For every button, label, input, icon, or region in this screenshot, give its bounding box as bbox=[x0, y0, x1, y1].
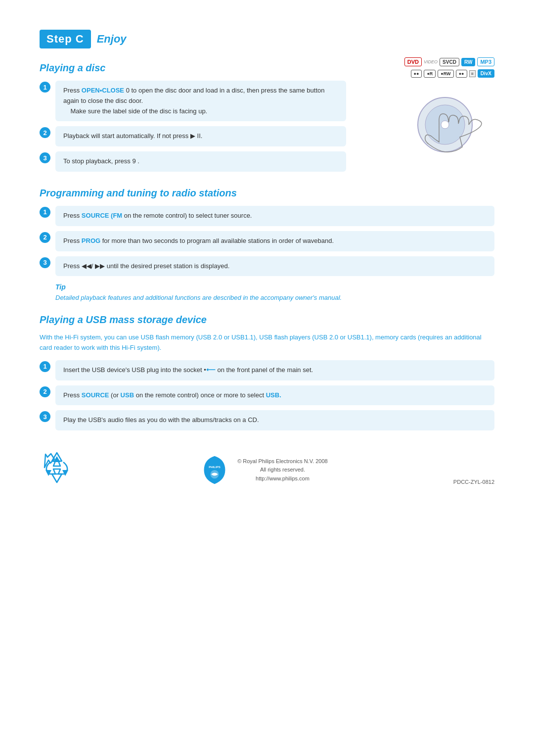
usb-icon: ⟵ bbox=[206, 366, 216, 374]
svg-text:PHILIPS: PHILIPS bbox=[209, 466, 220, 469]
playing-disc-title: Playing a disc bbox=[40, 62, 346, 74]
footer-copyright: © Royal Philips Electronics N.V. 2008 bbox=[237, 457, 328, 466]
usb-step-2-after: on the remote control) once or more to s… bbox=[134, 391, 266, 399]
footer-code: PDCC-ZYL-0812 bbox=[453, 479, 494, 485]
radio-step-1-number: 1 bbox=[40, 207, 50, 218]
radio-step-1: 1 Press SOURCE (FM on the remote control… bbox=[40, 206, 494, 226]
disc-step-3-number: 3 bbox=[40, 152, 50, 163]
disc-step-2: 2 Playback will start automatically. If … bbox=[40, 126, 346, 146]
footer-rights: All rights reserved. bbox=[237, 466, 328, 474]
tip-text: Detailed playback features and additiona… bbox=[55, 293, 494, 303]
usb-step-2-h1: SOURCE bbox=[82, 391, 109, 399]
disc-hand-illustration bbox=[396, 93, 494, 157]
usb-step-2: 2 Press SOURCE (or USB on the remote con… bbox=[40, 385, 494, 406]
disc-step-2-number: 2 bbox=[40, 127, 50, 138]
radio-step-2-content: Press PROG for more than two seconds to … bbox=[55, 231, 494, 251]
left-content: Playing a disc 1 Press OPEN•CLOSE 0 to o… bbox=[40, 57, 346, 177]
usb-title: Playing a USB mass storage device bbox=[40, 314, 494, 326]
disc-step-1-content: Press OPEN•CLOSE 0 to open the disc door… bbox=[55, 81, 346, 121]
usb-section: Playing a USB mass storage device With t… bbox=[40, 314, 494, 430]
usb-step-1-content: Insert the USB device's USB plug into th… bbox=[55, 360, 494, 380]
badge-svcd: SVCD bbox=[440, 58, 459, 66]
right-content: DVD VIDEO SVCD RW MP3 ●● ●R ●RW ●● ≡ Div… bbox=[346, 57, 494, 157]
disc-step-1-note: Make sure the label side of the disc is … bbox=[70, 107, 207, 115]
format-badges: DVD VIDEO SVCD RW MP3 ●● ●R ●RW ●● ≡ Div… bbox=[404, 57, 494, 78]
badge-disc2: ●R bbox=[424, 70, 436, 78]
footer: PHILIPS © Royal Philips Electronics N.V.… bbox=[40, 450, 494, 485]
badge-divx: DivX bbox=[478, 69, 494, 78]
usb-intro: With the Hi-Fi system, you can use USB f… bbox=[40, 332, 494, 353]
usb-step-2-before: Press bbox=[63, 391, 82, 399]
usb-step-2-content: Press SOURCE (or USB on the remote contr… bbox=[55, 385, 494, 406]
usb-step-3-number: 3 bbox=[40, 411, 50, 422]
usb-step-2-h2: USB bbox=[121, 391, 134, 399]
radio-step-1-highlight: SOURCE (FM bbox=[82, 212, 122, 219]
badge-disc1: ●● bbox=[411, 70, 422, 78]
disc-step-2-content: Playback will start automatically. If no… bbox=[55, 126, 346, 146]
usb-step-3-content: Play the USB's audio files as you do wit… bbox=[55, 410, 494, 430]
step-header: Step C Enjoy bbox=[40, 30, 494, 48]
usb-step-2-h3: USB. bbox=[266, 391, 281, 399]
disc-step-3-content: To stop playback, press 9 . bbox=[55, 151, 346, 172]
footer-website: http://www.philips.com bbox=[237, 474, 328, 483]
radio-step-2-after: for more than two seconds to program all… bbox=[100, 237, 334, 244]
badge-mp3: MP3 bbox=[477, 57, 494, 66]
badge-disc4: ●● bbox=[456, 70, 467, 78]
disc-step-1: 1 Press OPEN•CLOSE 0 to open the disc do… bbox=[40, 81, 346, 121]
disc-step-1-highlight: OPEN•CLOSE bbox=[82, 87, 124, 94]
radio-step-3: 3 Press ◀◀/ ▶▶ until the desired preset … bbox=[40, 256, 494, 277]
disc-step-3-text: To stop playback, press 9 . bbox=[63, 157, 139, 165]
usb-step-1-number: 1 bbox=[40, 361, 50, 372]
usb-step-2-mid: (or bbox=[109, 391, 120, 399]
badge-rw: RW bbox=[461, 58, 475, 66]
radio-step-2-number: 2 bbox=[40, 232, 50, 243]
radio-step-2-before: Press bbox=[63, 237, 82, 244]
radio-step-3-text: Press ◀◀/ ▶▶ until the desired preset st… bbox=[63, 262, 229, 270]
radio-step-3-number: 3 bbox=[40, 257, 50, 268]
badge-extra: ≡ bbox=[469, 70, 476, 77]
svg-point-2 bbox=[441, 121, 449, 129]
tip-title: Tip bbox=[55, 283, 494, 291]
radio-step-1-content: Press SOURCE (FM on the remote control) … bbox=[55, 206, 494, 226]
disc-step-1-text-before: Press bbox=[63, 87, 82, 94]
usb-step-1-before: Insert the USB device's USB plug into th… bbox=[63, 366, 206, 374]
badge-disc3: ●RW bbox=[438, 70, 453, 78]
philips-logo-area: PHILIPS © Royal Philips Electronics N.V.… bbox=[200, 455, 328, 485]
tip-box: Tip Detailed playback features and addit… bbox=[40, 283, 494, 303]
recycle-icon bbox=[40, 450, 74, 485]
usb-step-2-number: 2 bbox=[40, 386, 50, 397]
badge-dvd: DVD bbox=[404, 57, 422, 66]
step-c-label: Step C bbox=[40, 30, 91, 48]
top-row: Playing a disc 1 Press OPEN•CLOSE 0 to o… bbox=[40, 57, 494, 177]
disc-step-3: 3 To stop playback, press 9 . bbox=[40, 151, 346, 172]
radio-step-3-content: Press ◀◀/ ▶▶ until the desired preset st… bbox=[55, 256, 494, 277]
step-enjoy-label: Enjoy bbox=[97, 33, 127, 46]
badge-video: VIDEO bbox=[424, 59, 438, 64]
footer-copyright-block: © Royal Philips Electronics N.V. 2008 Al… bbox=[237, 457, 328, 483]
programming-title: Programming and tuning to radio stations bbox=[40, 188, 494, 199]
disc-step-1-number: 1 bbox=[40, 82, 50, 93]
usb-step-1: 1 Insert the USB device's USB plug into … bbox=[40, 360, 494, 380]
usb-step-1-after: on the front panel of the main set. bbox=[216, 366, 313, 374]
disc-step-2-text: Playback will start automatically. If no… bbox=[63, 132, 202, 140]
badges-row-2: ●● ●R ●RW ●● ≡ DivX bbox=[411, 69, 494, 78]
radio-step-1-after: on the remote control) to select tuner s… bbox=[122, 212, 252, 219]
usb-step-3: 3 Play the USB's audio files as you do w… bbox=[40, 410, 494, 430]
radio-step-2-highlight: PROG bbox=[82, 237, 100, 244]
programming-section: Programming and tuning to radio stations… bbox=[40, 188, 494, 303]
badges-row-1: DVD VIDEO SVCD RW MP3 bbox=[404, 57, 494, 66]
philips-shield-icon: PHILIPS bbox=[200, 455, 229, 485]
usb-step-3-text: Play the USB's audio files as you do wit… bbox=[63, 416, 259, 424]
radio-step-2: 2 Press PROG for more than two seconds t… bbox=[40, 231, 494, 251]
radio-step-1-before: Press bbox=[63, 212, 82, 219]
